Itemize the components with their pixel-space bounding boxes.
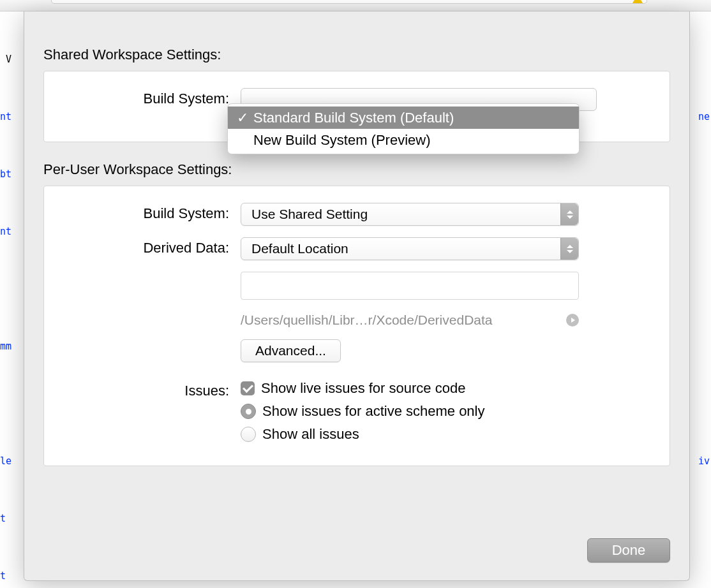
window-toolbar [0,0,711,11]
shared-build-system-label: Build System: [62,88,241,107]
radio-selected-icon [241,404,256,419]
per-user-build-system-popup[interactable]: Use Shared Setting [241,203,579,226]
done-button-label: Done [612,542,646,559]
code-frag: t [0,566,11,585]
popup-stepper-icon [560,238,578,260]
issues-show-all-radio[interactable]: Show all issues [241,426,652,443]
checkbox-checked-icon [241,381,255,395]
derived-data-path-display: /Users/quellish/Libr…r/Xcode/DerivedData [241,312,493,328]
popup-stepper-icon [560,203,578,225]
shared-build-system-menu: ✓ Standard Build System (Default) ✓ New … [227,103,580,154]
advanced-button-label: Advanced... [255,343,326,358]
derived-data-path-input[interactable] [241,272,579,300]
issues-active-scheme-radio[interactable]: Show issues for active scheme only [241,403,652,420]
per-user-settings-heading: Per-User Workspace Settings: [43,161,670,178]
per-user-build-system-label: Build System: [62,203,241,222]
done-button[interactable]: Done [587,538,670,562]
code-frag: bt [0,165,11,184]
workspace-settings-sheet: Shared Workspace Settings: Build System:… [24,11,690,581]
address-bar[interactable] [51,0,647,4]
code-frag: iv [698,452,711,471]
per-user-build-system-value: Use Shared Setting [251,207,368,222]
derived-data-value: Default Location [251,241,348,256]
menu-item-label: Standard Build System (Default) [253,110,454,126]
radio-unselected-icon [241,427,256,442]
issues-active-scheme-label: Show issues for active scheme only [262,403,485,420]
advanced-button[interactable]: Advanced... [241,339,341,362]
code-frag: V [0,50,11,69]
code-frag: le [0,452,11,471]
menu-item-standard-build-system[interactable]: ✓ Standard Build System (Default) [228,107,579,129]
menu-item-new-build-system[interactable]: ✓ New Build System (Preview) [228,129,579,151]
derived-data-popup[interactable]: Default Location [241,237,579,260]
code-frag: t [0,509,11,528]
show-live-issues-checkbox[interactable]: Show live issues for source code [241,380,652,397]
code-frag: ne [687,107,711,126]
reveal-in-finder-icon[interactable] [566,314,579,327]
shared-settings-heading: Shared Workspace Settings: [43,47,670,63]
checkmark-icon: ✓ [236,110,250,126]
code-frag: nt [0,107,11,126]
code-frag: nt [0,222,11,241]
derived-data-label: Derived Data: [62,237,241,256]
show-live-issues-label: Show live issues for source code [261,380,465,397]
menu-item-label: New Build System (Preview) [253,132,431,149]
warning-icon [632,0,643,3]
code-frag: mm [0,337,11,356]
issues-show-all-label: Show all issues [262,426,359,443]
issues-label: Issues: [62,380,241,399]
per-user-settings-box: Build System: Use Shared Setting Derived… [43,186,670,466]
